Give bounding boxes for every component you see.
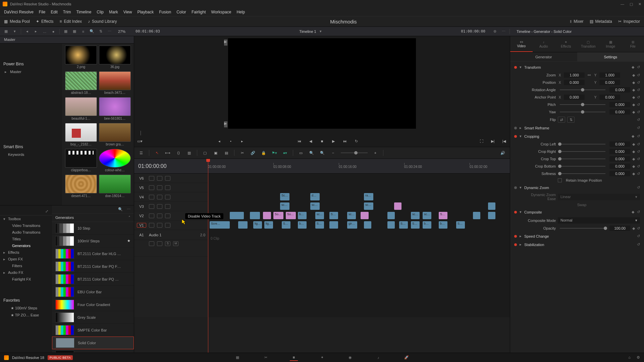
insert-tool[interactable]: ▢	[202, 150, 208, 156]
favorite-star-icon[interactable]: ★	[127, 239, 130, 243]
clip[interactable]: lig…	[264, 221, 273, 229]
prev-clip-icon[interactable]: |◀	[501, 138, 507, 144]
media-thumbnail[interactable]: colour-whe…	[99, 149, 131, 172]
keyframe-icon[interactable]: ◆	[632, 65, 634, 69]
zoom-tool[interactable]: 🔍	[309, 150, 315, 156]
media-thumbnail[interactable]: clapperboa…	[65, 149, 97, 172]
subtab-generator[interactable]: Generator	[510, 52, 577, 62]
pitch-slider[interactable]	[560, 104, 605, 105]
smart-bin-keywords[interactable]: Keywords	[0, 151, 62, 158]
reset-icon[interactable]: ↺	[637, 234, 640, 238]
subtab-settings[interactable]: Settings	[577, 52, 644, 62]
retain-checkbox[interactable]	[558, 178, 562, 182]
lock-tool[interactable]: 🔒	[261, 150, 267, 156]
auto-select-icon[interactable]	[157, 214, 162, 218]
generator-item[interactable]: SMPTE Color Bar	[52, 324, 134, 337]
generator-item[interactable]: 100mV Steps★	[52, 235, 134, 247]
viewer-scrubber[interactable]	[137, 131, 507, 135]
lock-icon[interactable]	[149, 195, 154, 199]
prev-edit-icon[interactable]: ◂	[216, 138, 222, 144]
zoom-in-button[interactable]: +	[372, 150, 378, 156]
audio-monitor-icon[interactable]: 🔊	[500, 150, 506, 156]
reset-icon[interactable]: ↺	[637, 164, 640, 169]
reset-icon[interactable]: ↺	[637, 142, 640, 146]
match-frame-icon[interactable]: ▭▾	[137, 138, 143, 144]
rotation-slider[interactable]	[560, 89, 605, 90]
auto-select-icon[interactable]	[157, 195, 162, 199]
opacity-slider[interactable]	[560, 228, 605, 229]
nav-left-icon[interactable]: ◂	[24, 29, 30, 34]
video-track-header[interactable]: V6	[134, 174, 208, 183]
overwrite-tool[interactable]: ▣	[213, 150, 219, 156]
zoom-slider[interactable]	[354, 151, 358, 155]
edit-index-toggle[interactable]: ≡Edit Index	[60, 19, 82, 24]
clip[interactable]: sc…	[310, 202, 320, 210]
menu-color[interactable]: Color	[176, 10, 186, 14]
media-thumbnail[interactable]: 2.png	[65, 46, 97, 69]
softness-slider[interactable]	[560, 173, 605, 174]
effects-toggle[interactable]: ✦Effects	[36, 19, 53, 24]
media-thumbnail[interactable]: desert-471…	[65, 175, 97, 198]
settings-icon[interactable]: ⚙	[637, 355, 640, 360]
disable-track-icon[interactable]	[165, 223, 170, 228]
lock-icon[interactable]	[149, 204, 154, 209]
fullscreen-icon[interactable]: ⛶	[478, 138, 484, 144]
inspector-tab-file[interactable]: ⊞File	[622, 36, 644, 52]
marker-tool[interactable]: ●▾	[282, 150, 288, 156]
auto-select-icon[interactable]	[157, 185, 162, 190]
timeline-dropdown-icon[interactable]: ▾	[320, 29, 322, 34]
pos-y-input[interactable]: 0.000	[599, 80, 620, 85]
track-label[interactable]: V2	[137, 214, 146, 218]
clip[interactable]: Scre…	[210, 221, 230, 229]
favorite-item[interactable]: ★ 100mV Steps	[0, 305, 52, 312]
video-track-header[interactable]: V5	[134, 183, 208, 192]
solo-button[interactable]: S	[165, 241, 170, 246]
reset-icon[interactable]: ↺	[637, 126, 640, 130]
next-frame-button[interactable]: ⏭	[342, 138, 348, 144]
auto-select-icon[interactable]	[157, 223, 162, 228]
mute-button[interactable]: M	[173, 241, 178, 246]
menu-workspace[interactable]: Workspace	[211, 10, 231, 14]
favorites-header[interactable]: Favorites	[0, 296, 52, 305]
clip[interactable]: So…	[286, 212, 296, 219]
clip[interactable]	[488, 212, 495, 219]
swap-button[interactable]: Swap	[577, 203, 587, 207]
menu-view[interactable]: View	[123, 10, 132, 14]
clip[interactable]: sc…	[315, 212, 324, 219]
generator-item[interactable]: Solid Color	[52, 337, 134, 349]
media-pool-toggle[interactable]: ▦Media Pool	[4, 19, 30, 24]
clip[interactable]: gir…	[347, 221, 357, 229]
anchor-x-input[interactable]: 0.000	[564, 95, 585, 100]
page-deliver[interactable]: 🚀	[402, 354, 411, 361]
trim-tool[interactable]: ⟷	[165, 150, 171, 156]
dynamic-zoom-header[interactable]: ▾Dynamic Zoom↺	[510, 183, 644, 192]
record-icon[interactable]: ●	[51, 29, 56, 34]
nav-dot-icon[interactable]: •	[228, 138, 234, 144]
fx-expand-icon[interactable]: ⤢	[44, 209, 49, 214]
disable-track-icon[interactable]	[165, 204, 170, 209]
keyframe-icon[interactable]: ◆	[632, 172, 635, 176]
auto-select-icon[interactable]	[157, 176, 162, 181]
video-track-header[interactable]: V3	[134, 202, 208, 211]
media-thumbnail[interactable]: abstract-18…	[65, 71, 97, 95]
keyframe-icon[interactable]: ◆	[632, 73, 635, 77]
sound-library-toggle[interactable]: ♪Sound Library	[88, 19, 117, 24]
collapse-icon[interactable]: ˄	[128, 216, 130, 220]
metadata-toggle[interactable]: ▤Metadata	[590, 19, 612, 24]
close-button[interactable]: ✕	[638, 2, 641, 6]
clip[interactable]: S…	[315, 221, 324, 229]
link-icon[interactable]: ⚯	[587, 73, 591, 77]
menu-timeline[interactable]: Timeline	[76, 10, 91, 14]
nav-right-icon[interactable]: ▸	[33, 29, 39, 34]
menu-trim[interactable]: Trim	[63, 10, 71, 14]
blade-tool[interactable]: ▥	[186, 150, 192, 156]
generator-item[interactable]: Four Color Gradient	[52, 298, 134, 311]
clip[interactable]: S…	[329, 212, 338, 219]
reset-icon[interactable]: ↺	[637, 73, 640, 77]
home-icon[interactable]: ⌂	[628, 355, 631, 360]
reset-icon[interactable]: ↺	[637, 110, 640, 114]
fx-tree-item[interactable]: Fairlight FX	[0, 276, 52, 283]
clip[interactable]	[364, 221, 371, 229]
fx-search-icon[interactable]: 🔍	[118, 207, 123, 212]
menu-resolve[interactable]: DaVinci Resolve	[4, 10, 34, 14]
